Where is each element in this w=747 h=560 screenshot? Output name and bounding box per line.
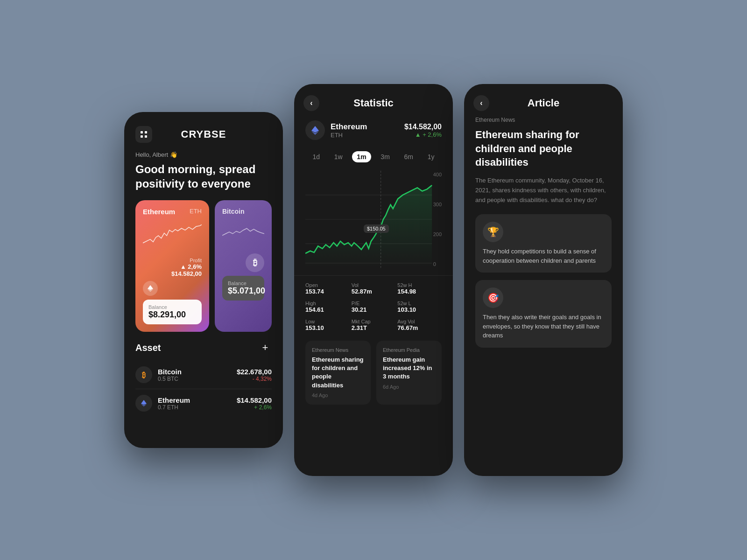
app-logo: CRYBSE [181, 128, 226, 140]
news-2-time: 6d Ago [383, 384, 435, 390]
stat-52wh: 52w H 154.98 [397, 280, 442, 297]
article-header: ‹ Article [464, 84, 623, 117]
tab-3m[interactable]: 3m [376, 151, 394, 162]
coin-change: ▲ + 2,6% [404, 131, 442, 138]
news-card-1[interactable]: Ethereum News Ethereum sharing for child… [305, 341, 371, 405]
article-card-2: 🎯 Then they also write their goals and g… [475, 280, 612, 348]
stat-pe: P/E 30.21 [352, 299, 396, 315]
btc-card-name: Bitcoin [222, 208, 264, 215]
eth-asset-sub: 0.7 ETH [158, 404, 190, 411]
statistic-header: ‹ Statistic [294, 84, 453, 117]
eth-card[interactable]: Ethereum ETH Profit ▲ 2,6% $14.582,00 [135, 200, 209, 332]
home-header: CRYBSE [124, 112, 283, 148]
btc-asset-price: $22.678,00 [237, 368, 272, 376]
article-card-1-text: They hold competitions to build a sense … [483, 247, 604, 265]
eth-card-name: Ethereum [143, 208, 175, 216]
add-asset-button[interactable]: + [259, 341, 272, 354]
coin-name: Ethereum [331, 122, 367, 132]
news-2-title: Ethereum gain increased 12% in 3 months [383, 356, 435, 381]
stat-avgvol: Avg Vol 76.67m [397, 317, 442, 333]
greeting-text: Hello, Albert 👋 [124, 148, 283, 160]
eth-profit-block: Profit ▲ 2,6% $14.582,00 [143, 258, 202, 277]
stat-52wl: 52w L 103.10 [397, 299, 442, 315]
screen-home: CRYBSE Hello, Albert 👋 Good morning, spr… [124, 112, 283, 448]
stats-grid: Open 153.74 Vol 52.87m 52w H 154.98 High… [294, 275, 453, 341]
coin-price: $14.582,00 [404, 123, 442, 131]
tab-1d[interactable]: 1d [308, 151, 324, 162]
eth-asset-change: + 2,6% [237, 404, 272, 411]
news-2-source: Ethereum Pedia [383, 347, 435, 353]
eth-coin-icon [305, 120, 325, 140]
tab-1y[interactable]: 1y [423, 151, 439, 162]
asset-row-btc[interactable]: ₿ Bitcoin 0.5 BTC $22.678,00 - 4,32% [135, 361, 272, 389]
svg-marker-2 [141, 400, 147, 405]
coin-info: Ethereum ETH $14.582,00 ▲ + 2,6% [294, 117, 453, 147]
stat-vol: Vol 52.87m [352, 280, 396, 297]
btc-asset-change: - 4,32% [237, 376, 272, 382]
article-card-1: 🏆 They hold competitions to build a sens… [475, 214, 612, 273]
price-chart-area: 4003002000 $150.05 [294, 168, 453, 275]
trophy-icon: 🏆 [483, 222, 503, 242]
svg-marker-0 [148, 285, 153, 290]
stat-mktcap: Mkt Cap 2.31T [352, 317, 396, 333]
back-button[interactable]: ‹ [303, 95, 319, 111]
time-tab-bar: 1d 1w 1m 3m 6m 1y [294, 147, 453, 168]
stat-high: High 154.61 [305, 299, 350, 315]
eth-asset-price: $14.582,00 [237, 396, 272, 404]
btc-asset-name: Bitcoin [158, 368, 182, 376]
tab-1w[interactable]: 1w [330, 151, 347, 162]
eth-balance-block: Balance $8.291,00 [143, 300, 202, 324]
news-1-title: Ethereum sharing for children and people… [312, 356, 364, 390]
btc-balance-block: Balance $5.071,00 [222, 276, 264, 301]
news-1-time: 4d Ago [312, 392, 364, 398]
coin-ticker: ETH [331, 132, 367, 139]
btc-asset-icon: ₿ [135, 366, 152, 383]
screen-statistic: ‹ Statistic Ethereum ETH $14.582,00 [294, 84, 453, 476]
chart-y-labels: 4003002000 [433, 168, 442, 271]
article-source: Ethereum News [464, 117, 623, 126]
price-tooltip: $150.05 [364, 224, 389, 233]
article-body: The Ethereum community, Monday, October … [464, 176, 623, 214]
asset-title: Asset [135, 343, 161, 353]
news-card-2[interactable]: Ethereum Pedia Ethereum gain increased 1… [376, 341, 442, 405]
btc-icon: ₿ [246, 253, 264, 272]
tab-6m[interactable]: 6m [400, 151, 418, 162]
article-title: Article [528, 97, 559, 109]
asset-row-eth[interactable]: Ethereum 0.7 ETH $14.582,00 + 2,6% [135, 389, 272, 417]
article-card-2-text: Then they also write their goals and goa… [483, 313, 604, 340]
eth-small-icon [143, 281, 158, 296]
price-chart-svg [305, 168, 442, 271]
eth-card-ticker: ETH [190, 208, 202, 215]
svg-marker-4 [311, 126, 319, 133]
stat-low: Low 153.10 [305, 317, 350, 333]
news-1-source: Ethereum News [312, 347, 364, 353]
welcome-message: Good morning, spread positivity to every… [124, 160, 283, 200]
target-icon: 🎯 [483, 287, 503, 308]
menu-icon[interactable] [135, 126, 152, 143]
btc-chart [222, 218, 264, 246]
crypto-cards: Ethereum ETH Profit ▲ 2,6% $14.582,00 [124, 200, 283, 341]
screen-article: ‹ Article Ethereum News Ethereum sharing… [464, 84, 623, 476]
eth-chart [143, 219, 202, 252]
article-headline: Ethereum sharing for children and people… [464, 126, 623, 176]
eth-asset-icon [135, 395, 152, 412]
btc-asset-sub: 0.5 BTC [158, 376, 182, 382]
asset-section: Asset + ₿ Bitcoin 0.5 BTC $22.678,00 - 4… [124, 341, 283, 425]
news-grid: Ethereum News Ethereum sharing for child… [294, 341, 453, 416]
statistic-title: Statistic [353, 97, 394, 109]
btc-card[interactable]: Bitcoin ₿ Balance $5.071,00 [215, 200, 272, 332]
article-back-button[interactable]: ‹ [473, 95, 489, 111]
eth-asset-name: Ethereum [158, 396, 190, 404]
stat-open: Open 153.74 [305, 280, 350, 297]
tab-1m[interactable]: 1m [352, 151, 371, 162]
